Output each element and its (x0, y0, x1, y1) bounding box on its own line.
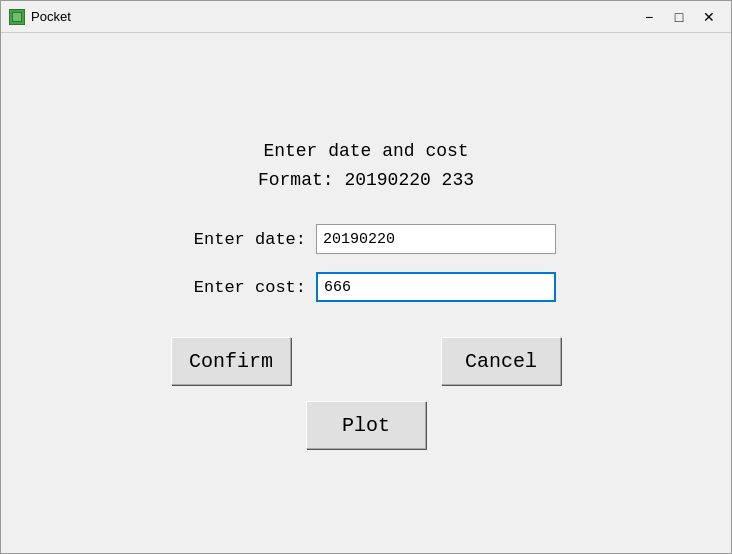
instruction-line1: Enter date and cost (258, 137, 474, 166)
minimize-button[interactable]: − (635, 5, 663, 29)
title-bar-left: Pocket (9, 9, 71, 25)
plot-button[interactable]: Plot (306, 401, 426, 449)
buttons-row-1: Confirm Cancel (171, 337, 561, 385)
cost-row: Enter cost: (176, 272, 556, 302)
cancel-button[interactable]: Cancel (441, 337, 561, 385)
cost-input[interactable] (316, 272, 556, 302)
date-input[interactable] (316, 224, 556, 254)
app-window: Pocket − □ ✕ Enter date and cost Format:… (0, 0, 732, 554)
cost-label: Enter cost: (176, 278, 306, 297)
window-title: Pocket (31, 9, 71, 24)
instruction-text: Enter date and cost Format: 20190220 233 (258, 137, 474, 195)
buttons-row-2: Plot (306, 401, 426, 449)
app-icon (9, 9, 25, 25)
instruction-line2: Format: 20190220 233 (258, 166, 474, 195)
date-row: Enter date: (176, 224, 556, 254)
maximize-button[interactable]: □ (665, 5, 693, 29)
form-section: Enter date: Enter cost: (176, 224, 556, 302)
title-bar-controls: − □ ✕ (635, 5, 723, 29)
app-icon-inner (12, 12, 22, 22)
date-label: Enter date: (176, 230, 306, 249)
main-content: Enter date and cost Format: 20190220 233… (1, 33, 731, 553)
confirm-button[interactable]: Confirm (171, 337, 291, 385)
close-button[interactable]: ✕ (695, 5, 723, 29)
title-bar: Pocket − □ ✕ (1, 1, 731, 33)
